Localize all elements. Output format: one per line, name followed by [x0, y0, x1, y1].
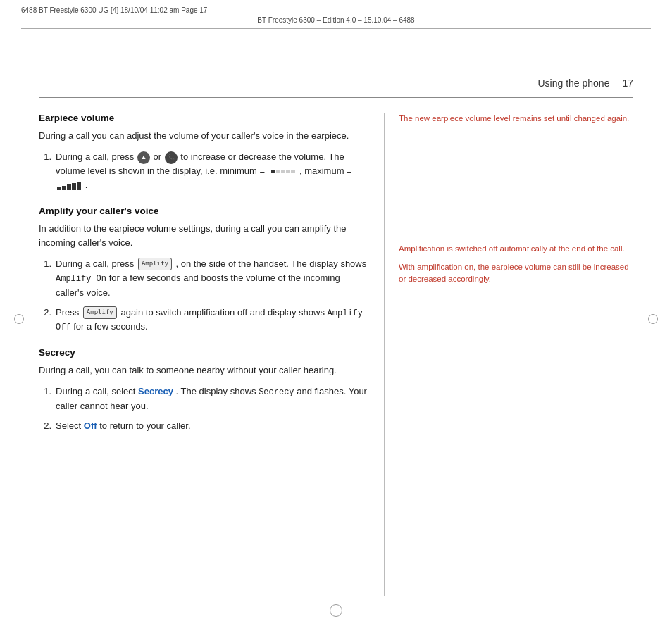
- vol-max-icon: [57, 182, 81, 190]
- amplify-intro: In addition to the earpiece volume setti…: [39, 222, 370, 250]
- page-title-text: Using the phone: [537, 77, 609, 89]
- amplify-step-1: 1. During a call, press Amplify , on the…: [39, 257, 370, 300]
- right-spacer: [399, 144, 633, 243]
- amplify-button-icon: Amplify: [138, 258, 172, 270]
- amplify-right-note-1: Amplification is switched off automatica…: [399, 243, 633, 255]
- side-circle-right: [648, 314, 658, 324]
- corner-mark-tl: [18, 39, 27, 49]
- secrecy-step-1: 1. During a call, select Secrecy . The d…: [39, 384, 370, 413]
- left-column: Earpiece volume During a call you can ad…: [39, 104, 384, 596]
- step-num-1: 1.: [39, 150, 51, 192]
- step-num-1: 1.: [39, 384, 51, 413]
- side-circle-left: [14, 314, 24, 324]
- earpiece-step-1-content: During a call, press ▲ or 📞 to increase …: [56, 150, 370, 192]
- secrecy-step-2: 2. Select Off to return to your caller.: [39, 419, 370, 433]
- header-top-line: 6488 BT Freestyle 6300 UG [4] 18/10/04 1…: [21, 6, 651, 15]
- step-num-2: 2.: [39, 306, 51, 334]
- amplify-button-2-icon: Amplify: [83, 306, 117, 319]
- earpiece-heading: Earpiece volume: [39, 113, 370, 123]
- page-number: 17: [622, 77, 633, 89]
- page-title-bar: Using the phone 17: [537, 77, 633, 89]
- header-bottom-line: BT Freestyle 6300 – Edition 4.0 – 15.10.…: [21, 15, 651, 29]
- step-num-2: 2.: [39, 419, 51, 433]
- up-arrow-button-icon: ▲: [137, 151, 150, 164]
- call-button-icon: 📞: [165, 151, 178, 164]
- secrecy-heading: Secrecy: [39, 347, 370, 358]
- secrecy-step-1-content: During a call, select Secrecy . The disp…: [56, 384, 370, 413]
- page-header: 6488 BT Freestyle 6300 UG [4] 18/10/04 1…: [0, 0, 672, 33]
- amplify-steps: 1. During a call, press Amplify , on the…: [39, 257, 370, 334]
- corner-mark-br: [645, 611, 654, 620]
- bottom-circle-mark: [330, 604, 342, 617]
- secrecy-link[interactable]: Secrecy: [138, 386, 173, 396]
- amplify-section: Amplify your caller's voice In addition …: [39, 206, 370, 334]
- secrecy-steps: 1. During a call, select Secrecy . The d…: [39, 384, 370, 433]
- earpiece-intro: During a call you can adjust the volume …: [39, 129, 370, 143]
- secrecy-section: Secrecy During a call, you can talk to s…: [39, 347, 370, 433]
- right-column: The new earpiece volume level remains se…: [385, 104, 633, 596]
- amplify-step-1-content: During a call, press Amplify , on the si…: [56, 257, 370, 300]
- earpiece-step-1: 1. During a call, press ▲ or 📞 to increa…: [39, 150, 370, 192]
- content-area: Earpiece volume During a call you can ad…: [39, 104, 633, 596]
- amplify-step-2-content: Press Amplify again to switch amplificat…: [56, 306, 370, 334]
- amplify-step-2: 2. Press Amplify again to switch amplifi…: [39, 306, 370, 334]
- secrecy-step-2-content: Select Off to return to your caller.: [56, 419, 370, 433]
- page-title-rule: [39, 97, 633, 98]
- page-container: 6488 BT Freestyle 6300 UG [4] 18/10/04 1…: [0, 0, 672, 638]
- secrecy-intro: During a call, you can talk to someone n…: [39, 363, 370, 377]
- step-num-1: 1.: [39, 257, 51, 300]
- secrecy-display: Secrecy: [259, 387, 294, 397]
- vol-min-icon: [271, 170, 295, 173]
- earpiece-right-note: The new earpiece volume level remains se…: [399, 113, 633, 125]
- amplify-on-display: Amplify On: [56, 274, 106, 284]
- secrecy-off-link[interactable]: Off: [84, 420, 97, 431]
- earpiece-section: Earpiece volume During a call you can ad…: [39, 113, 370, 193]
- corner-mark-bl: [18, 611, 27, 620]
- corner-mark-tr: [645, 39, 654, 49]
- amplify-heading: Amplify your caller's voice: [39, 206, 370, 216]
- amplify-right-note-2: With amplification on, the earpiece volu…: [399, 261, 633, 286]
- earpiece-steps: 1. During a call, press ▲ or 📞 to increa…: [39, 150, 370, 192]
